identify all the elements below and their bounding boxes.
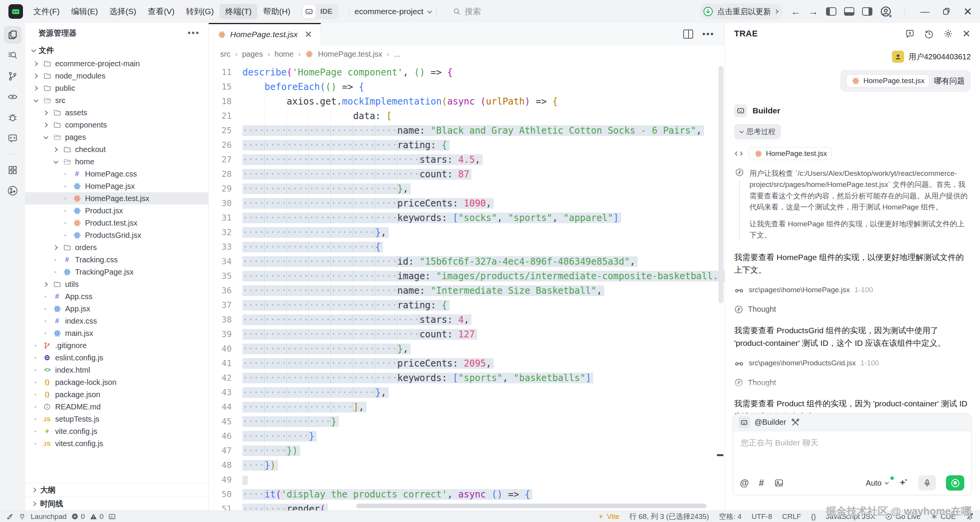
- code-line-15[interactable]: 15 beforeEach(() => {: [209, 80, 725, 94]
- editor-more-actions-icon[interactable]: •••: [702, 29, 715, 39]
- toggle-right-panel-icon[interactable]: [862, 7, 872, 16]
- nav-forward-button[interactable]: →: [808, 6, 818, 18]
- status-item-bell[interactable]: [966, 512, 974, 520]
- tree-item-App.css[interactable]: #App.css: [25, 290, 208, 303]
- tree-item-package-lock.json[interactable]: {}package-lock.json: [25, 376, 208, 388]
- code-line-38[interactable]: 38································stars:…: [209, 313, 725, 327]
- toggle-bottom-panel-icon[interactable]: [844, 7, 854, 16]
- status-item-cue[interactable]: CUE: [931, 512, 956, 521]
- code-line-27[interactable]: 27································stars:…: [209, 152, 725, 167]
- tree-item-App.jsx[interactable]: App.jsx: [25, 303, 208, 315]
- status-item-go-live[interactable]: Go Live: [885, 512, 920, 521]
- global-search[interactable]: 搜索: [453, 6, 481, 17]
- files-section-header[interactable]: 文件: [25, 43, 208, 57]
- search-icon[interactable]: [4, 47, 21, 64]
- code-line-35[interactable]: 35····························image: "im…: [209, 269, 725, 283]
- code-line-50[interactable]: 50····it('display the products correct',…: [209, 487, 725, 502]
- tree-item-index.css[interactable]: #index.css: [25, 315, 208, 327]
- file-reference[interactable]: src\pages\home\ProductsGrid.jsx 1-100: [734, 358, 971, 368]
- breadcrumb-item[interactable]: home: [275, 50, 294, 59]
- mention-icon[interactable]: @: [740, 478, 749, 488]
- model-mode-selector[interactable]: Auto: [866, 479, 888, 488]
- tree-item-package.json[interactable]: {}package.json: [25, 388, 208, 401]
- tools-icon[interactable]: [791, 418, 800, 427]
- problems-errors[interactable]: 0: [71, 512, 85, 521]
- breadcrumb-item[interactable]: HomePage.test.jsx: [318, 50, 382, 59]
- menu-终端T[interactable]: 终端(T): [219, 4, 257, 19]
- launchpad-label[interactable]: Launchpad: [31, 512, 67, 521]
- tree-item-eslint.config.js[interactable]: eslint.config.js: [25, 352, 208, 364]
- status-item-crlf[interactable]: CRLF: [782, 512, 801, 521]
- close-panel-icon[interactable]: ✕: [962, 28, 971, 40]
- tree-item-src[interactable]: src: [25, 94, 208, 106]
- attach-image-icon[interactable]: [774, 478, 784, 488]
- status-item--[interactable]: {}: [811, 512, 816, 521]
- tab-homepage-test-jsx[interactable]: HomePage.test.jsx ✕: [209, 23, 321, 45]
- tree-item-HomePage.jsx[interactable]: HomePage.jsx: [25, 180, 208, 192]
- code-line-21[interactable]: 21 data: [: [209, 109, 725, 123]
- status-item-空格-4[interactable]: 空格: 4: [719, 512, 741, 522]
- breadcrumb-item[interactable]: pages: [242, 50, 263, 59]
- tree-item-README.md[interactable]: README.md: [25, 401, 208, 413]
- hashtag-icon[interactable]: #: [759, 478, 764, 488]
- tab-close-icon[interactable]: ✕: [304, 29, 312, 40]
- tree-item-public[interactable]: public: [25, 82, 208, 94]
- toggle-left-panel-icon[interactable]: [826, 7, 836, 16]
- tree-item-home[interactable]: home: [25, 155, 208, 168]
- code-line-11[interactable]: 11describe('HomePage component', () => {: [209, 65, 725, 80]
- thought-row[interactable]: Thought: [734, 305, 971, 314]
- tree-item-Tracking.css[interactable]: #Tracking.css: [25, 254, 208, 266]
- tree-item-components[interactable]: components: [25, 119, 208, 131]
- new-chat-icon[interactable]: [905, 29, 915, 39]
- tree-item-setupTests.js[interactable]: JSsetupTests.js: [25, 413, 208, 425]
- code-line-41[interactable]: 41····························priceCents…: [209, 356, 725, 371]
- code-editor[interactable]: 11describe('HomePage component', () => {…: [209, 63, 725, 511]
- send-stop-button[interactable]: [946, 475, 964, 491]
- status-item-行-68-列-3-已选择2435-[interactable]: 行 68, 列 3 (已选择2435): [629, 512, 709, 522]
- context-file-chip[interactable]: HomePage.test.jsx: [749, 147, 832, 160]
- menu-选择S[interactable]: 选择(S): [104, 4, 142, 19]
- tree-item-HomePage.test.jsx[interactable]: HomePage.test.jsx: [25, 192, 208, 205]
- menu-查看V[interactable]: 查看(V): [142, 4, 180, 19]
- code-line-29[interactable]: 29····························},: [209, 182, 725, 196]
- tree-item-Product.jsx[interactable]: Product.jsx: [25, 205, 208, 217]
- code-line-45[interactable]: 45················}: [209, 414, 725, 429]
- settings-gear-icon[interactable]: [943, 29, 953, 39]
- tree-item-assets[interactable]: assets: [25, 106, 208, 119]
- tree-item-pages[interactable]: pages: [25, 131, 208, 143]
- terminal-ports-icon[interactable]: [108, 512, 116, 520]
- tree-item-HomePage.css[interactable]: #HomePage.css: [25, 168, 208, 180]
- tree-item-ecommerce-project-main[interactable]: ecommerce-project-main: [25, 57, 208, 70]
- code-line-37[interactable]: 37····························rating: {: [209, 298, 725, 313]
- code-line-40[interactable]: 40····························},: [209, 342, 725, 356]
- breadcrumb-item[interactable]: src: [220, 50, 231, 59]
- code-line-32[interactable]: 32························},: [209, 225, 725, 240]
- tree-item-TrackingPage.jsx[interactable]: TrackingPage.jsx: [25, 266, 208, 278]
- file-chip[interactable]: HomePage.test.jsx: [846, 74, 929, 87]
- voice-input-button[interactable]: [918, 475, 936, 491]
- problems-warnings[interactable]: 0: [90, 512, 104, 521]
- status-item-javascript-jsx[interactable]: JavaScript JSX: [826, 512, 875, 521]
- debug-icon[interactable]: [4, 109, 21, 126]
- code-line-25[interactable]: 25····························name: "Bla…: [209, 123, 725, 138]
- account-avatar[interactable]: [880, 6, 892, 17]
- code-line-31[interactable]: 31····························keywords: …: [209, 211, 725, 225]
- enhance-sparkle-icon[interactable]: [898, 478, 908, 488]
- code-line-18[interactable]: 18 axios.get.mockImplementation(async (u…: [209, 94, 725, 109]
- file-reference[interactable]: src\pages\home\HomePage.jsx 1-100: [734, 285, 971, 295]
- breadcrumb-item[interactable]: ...: [394, 50, 400, 59]
- code-line-28[interactable]: 28································count:…: [209, 167, 725, 182]
- status-item-vite[interactable]: Vite: [597, 512, 619, 521]
- nav-back-button[interactable]: ←: [791, 6, 801, 18]
- explorer-more-actions-icon[interactable]: •••: [188, 28, 200, 38]
- menu-编辑E[interactable]: 编辑(E): [65, 4, 104, 19]
- code-line-39[interactable]: 39································count:…: [209, 327, 725, 342]
- tree-item-main.jsx[interactable]: main.jsx: [25, 327, 208, 339]
- explorer-icon[interactable]: [4, 26, 21, 44]
- split-editor-icon[interactable]: [683, 29, 693, 39]
- vertical-scrollbar[interactable]: [718, 66, 723, 303]
- code-line-36[interactable]: 36····························name: "Int…: [209, 283, 725, 298]
- tree-item-vitest.config.js[interactable]: JSvitest.config.js: [25, 437, 208, 450]
- preview-icon[interactable]: [4, 88, 21, 106]
- project-selector[interactable]: ecommerce-project: [355, 7, 431, 16]
